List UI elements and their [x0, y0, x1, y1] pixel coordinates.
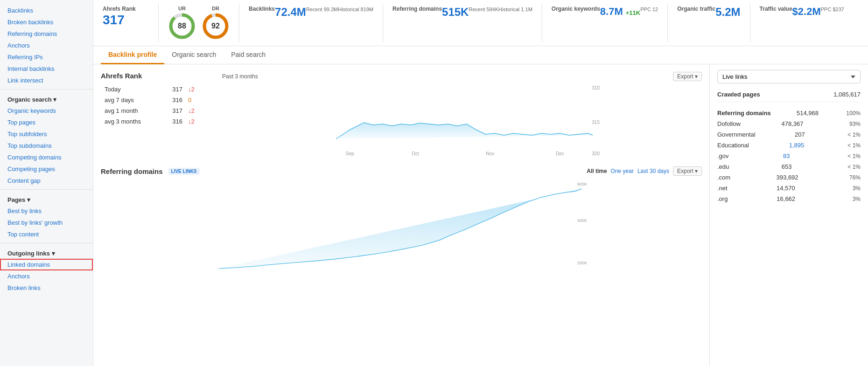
rank-section: Ahrefs Rank Today 317 ↓2 avg 7 days 316 …: [101, 72, 702, 159]
rank-chart-wrapper: 310 315 320 Sep Oct Nov Dec: [222, 83, 702, 159]
edu-pct: < 1%: [844, 164, 861, 170]
gov-row: .gov 83 < 1%: [717, 151, 861, 161]
ref-export-button[interactable]: Export ▾: [673, 166, 702, 176]
backlinks-historical: Historical 819M: [338, 6, 373, 14]
sidebar-item-link-intersect[interactable]: Link intersect: [0, 75, 93, 86]
sidebar-item-referring-domains[interactable]: Referring domains: [0, 28, 93, 40]
sidebar-item-best-by-links-growth[interactable]: Best by links' growth: [0, 217, 93, 228]
rank-chart-header: Past 3 months Export ▾: [222, 72, 702, 81]
dr-value: 92: [211, 22, 220, 30]
rank-row-value-0: 317: [163, 84, 184, 94]
ahrefs-rank-label: Ahrefs Rank: [103, 6, 136, 12]
sidebar-divider-1: [0, 89, 93, 90]
referring-domains-stat: Referring domains 515K Recent 584K Histo…: [383, 4, 542, 42]
rank-table: Today 317 ↓2 avg 7 days 316 0 avg 1 mont…: [101, 83, 203, 127]
backlinks-value: 72.4M: [275, 6, 306, 19]
stats-bar: Ahrefs Rank 317 UR 88: [93, 0, 868, 46]
content-area: Ahrefs Rank Today 317 ↓2 avg 7 days 316 …: [93, 64, 868, 366]
gov-value: 83: [783, 152, 790, 159]
tab-backlink-profile[interactable]: Backlink profile: [101, 46, 164, 64]
ur-value: 88: [178, 22, 186, 30]
live-links-badge: LIVE LINKS: [168, 168, 200, 175]
educational-value: 1,895: [789, 142, 805, 149]
dofollow-row: Dofollow 478,367 93%: [717, 118, 861, 129]
rank-info: Ahrefs Rank Today 317 ↓2 avg 7 days 316 …: [101, 72, 203, 159]
rank-export-button[interactable]: Export ▾: [673, 72, 702, 81]
outgoing-links-header[interactable]: Outgoing links ▾: [0, 246, 93, 259]
sidebar-item-top-content[interactable]: Top content: [0, 228, 93, 240]
time-filter-year[interactable]: One year: [611, 168, 634, 174]
rank-y-mid: 315: [592, 120, 600, 125]
gov-label: .gov: [717, 152, 729, 159]
com-pct: 76%: [844, 174, 861, 181]
sidebar-item-broken-backlinks[interactable]: Broken backlinks: [0, 16, 93, 28]
rank-x-oct: Oct: [412, 151, 419, 156]
tab-organic-search[interactable]: Organic search: [164, 46, 224, 64]
table-row: avg 3 months 316 ↓2: [102, 117, 203, 126]
organic-traffic-stat: Organic traffic 5.2M: [668, 4, 750, 42]
net-row: .net 14,570 3%: [717, 183, 861, 193]
tabs: Backlink profile Organic search Paid sea…: [93, 46, 868, 64]
rank-row-label-0: Today: [102, 84, 162, 94]
sidebar-item-content-gap[interactable]: Content gap: [0, 175, 93, 186]
traffic-value-value: $2.2M: [792, 6, 821, 18]
org-value: 16,662: [777, 195, 795, 202]
backlinks-label: Backlinks: [249, 6, 275, 12]
crawled-pages-row: Crawled pages 1,085,617: [717, 91, 861, 102]
sidebar-item-organic-keywords[interactable]: Organic keywords: [0, 105, 93, 117]
dr-gauge: DR 92: [202, 6, 230, 40]
rank-y-max: 310: [592, 85, 600, 90]
ur-circle: 88: [168, 12, 196, 40]
app-container: Backlinks Broken backlinks Referring dom…: [0, 0, 868, 366]
sidebar-item-top-subdomains[interactable]: Top subdomains: [0, 140, 93, 152]
main-area: Ahrefs Rank 317 UR 88: [93, 0, 868, 366]
tab-paid-search[interactable]: Paid search: [224, 46, 273, 64]
backlinks-stat: Backlinks 72.4M Recent 99.3M Historical …: [239, 4, 383, 42]
sidebar-item-backlinks[interactable]: Backlinks: [0, 5, 93, 16]
referring-domains-side-pct: 100%: [844, 110, 861, 117]
rank-x-nov: Nov: [486, 151, 494, 156]
ref-chart-wrapper: 600K 400K 200K: [101, 180, 702, 274]
ur-label: UR: [178, 6, 186, 11]
sidebar-item-anchors-out[interactable]: Anchors: [0, 270, 93, 282]
rank-row-change-0: ↓2: [185, 84, 203, 94]
ref-chart-svg: 600K 400K 200K: [101, 180, 702, 273]
edu-value: 653: [782, 163, 792, 170]
sidebar-item-top-pages[interactable]: Top pages: [0, 117, 93, 128]
dr-label: DR: [212, 6, 219, 11]
org-label: .org: [717, 195, 728, 202]
edu-label: .edu: [717, 163, 729, 170]
sidebar-item-top-subfolders[interactable]: Top subfolders: [0, 128, 93, 140]
pages-header[interactable]: Pages ▾: [0, 193, 93, 205]
rank-row-value-2: 317: [163, 106, 184, 116]
time-filter-30[interactable]: Last 30 days: [637, 168, 669, 174]
sidebar-divider-2: [0, 189, 93, 190]
gov-pct: < 1%: [844, 153, 861, 159]
sidebar-item-referring-ips[interactable]: Referring IPs: [0, 51, 93, 63]
organic-search-header[interactable]: Organic search ▾: [0, 92, 93, 105]
time-filter-all[interactable]: All time: [587, 168, 607, 174]
organic-traffic-value: 5.2M: [715, 6, 740, 19]
sidebar: Backlinks Broken backlinks Referring dom…: [0, 0, 93, 366]
sidebar-item-competing-domains[interactable]: Competing domains: [0, 152, 93, 163]
referring-domains-label: Referring domains: [392, 6, 442, 12]
sidebar-divider-3: [0, 243, 93, 243]
live-links-dropdown[interactable]: Live links: [717, 70, 861, 83]
sidebar-item-linked-domains[interactable]: Linked domains: [0, 259, 93, 270]
sidebar-item-competing-pages[interactable]: Competing pages: [0, 163, 93, 175]
referring-domains-side-value: 514,968: [797, 110, 819, 117]
sidebar-item-broken-links[interactable]: Broken links: [0, 282, 93, 294]
organic-keywords-value: 8.7M: [600, 6, 623, 18]
referring-domains-side-row: Referring domains 514,968 100%: [717, 108, 861, 118]
sidebar-item-anchors[interactable]: Anchors: [0, 40, 93, 51]
time-filters: All time One year Last 30 days Export ▾: [587, 166, 702, 176]
rank-y-min: 320: [592, 151, 600, 156]
referring-domains-side-label: Referring domains: [717, 110, 771, 117]
table-row: avg 1 month 317 ↓2: [102, 106, 203, 116]
edu-row: .edu 653 < 1%: [717, 161, 861, 172]
sidebar-item-best-by-links[interactable]: Best by links: [0, 205, 93, 217]
net-value: 14,570: [777, 185, 795, 192]
backlinks-recent: Recent 99.3M: [306, 6, 338, 14]
sidebar-item-internal-backlinks[interactable]: Internal backlinks: [0, 63, 93, 75]
organic-keywords-ppc: PPC 12: [640, 6, 658, 14]
